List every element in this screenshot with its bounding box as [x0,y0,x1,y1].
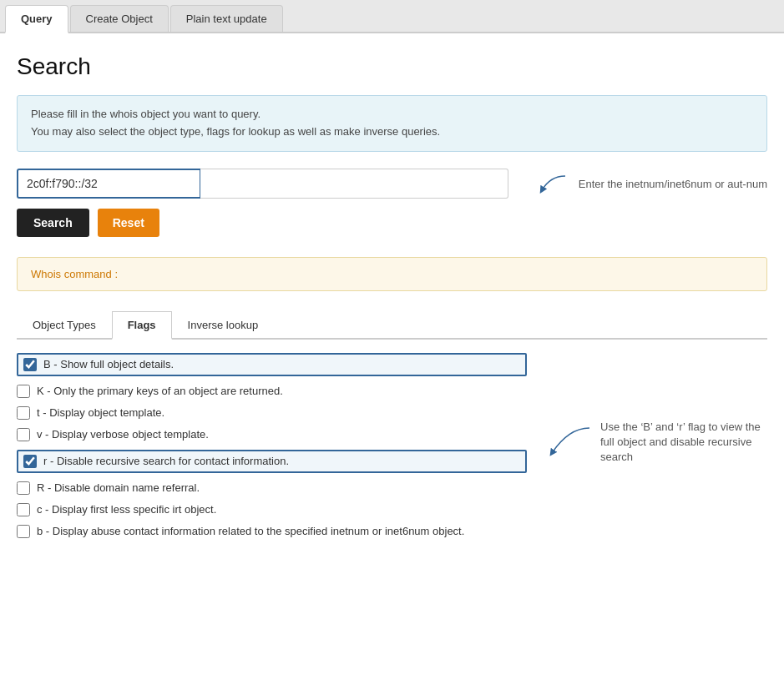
info-line1: Please fill in the whois object you want… [31,106,753,123]
whois-label: Whois command : [31,268,118,280]
hint-block: Enter the inetnum/inet6num or aut-num [525,169,767,197]
flag-item-c: c - Display first less specific irt obje… [17,503,527,516]
flag-label-B: B - Show full object details. [43,358,174,370]
page-title: Search [17,53,767,80]
flag-item-K: K - Only the primary keys of an object a… [17,385,527,398]
flag-item-t: t - Display object template. [17,406,527,420]
search-input[interactable] [17,169,200,199]
reset-button[interactable]: Reset [98,209,159,237]
tab-bar: Query Create Object Plain text update [0,0,784,33]
sub-tabs-bar: Object Types Flags Inverse lookup [17,311,767,340]
search-button[interactable]: Search [17,209,89,237]
flag-item-r: r - Disable recursive search for contact… [17,450,527,473]
input-group [17,169,508,199]
flag-checkbox-K[interactable] [17,385,30,398]
flags-arrow-icon [544,420,594,461]
search-section: Enter the inetnum/inet6num or aut-num [17,169,767,199]
tab-plain-text[interactable]: Plain text update [170,5,283,32]
sub-tab-object-types[interactable]: Object Types [17,311,112,338]
tab-query[interactable]: Query [5,5,68,33]
flags-hint-text: Use the ‘B’ and ‘r’ flag to view the ful… [600,420,767,466]
flag-checkbox-t[interactable] [17,406,30,420]
flag-label-t: t - Display object template. [37,406,164,419]
flag-item-b: b - Display abuse contact information re… [17,525,527,538]
flag-checkbox-r[interactable] [23,455,37,468]
info-line2: You may also select the object type, fla… [31,123,753,141]
button-row: Search Reset [17,209,767,237]
arrow-icon [525,172,567,197]
sub-tab-inverse-lookup[interactable]: Inverse lookup [172,311,275,338]
flag-checkbox-v[interactable] [17,428,30,441]
flags-checkbox-list: B - Show full object details. K - Only t… [17,353,527,538]
flag-checkbox-c[interactable] [17,503,30,516]
flag-item-R: R - Disable domain name referral. [17,481,527,495]
main-content: Search Please fill in the whois object y… [0,33,784,555]
flag-item-B: B - Show full object details. [17,353,527,376]
flag-label-c: c - Display first less specific irt obje… [37,503,216,516]
sub-tab-flags[interactable]: Flags [112,311,172,340]
flag-label-v: v - Display verbose object template. [37,428,209,441]
flag-label-R: R - Disable domain name referral. [37,481,200,494]
tab-create-object[interactable]: Create Object [70,5,169,32]
flag-label-K: K - Only the primary keys of an object a… [37,385,283,397]
flag-checkbox-R[interactable] [17,481,30,495]
flag-item-v: v - Display verbose object template. [17,428,527,441]
flag-label-b: b - Display abuse contact information re… [37,525,464,537]
whois-command-bar: Whois command : [17,257,767,291]
long-query-input[interactable] [200,169,508,199]
flag-checkbox-B[interactable] [23,358,37,371]
flag-checkbox-b[interactable] [17,525,30,538]
info-box: Please fill in the whois object you want… [17,95,767,152]
search-hint-text: Enter the inetnum/inet6num or aut-num [579,178,767,190]
flag-label-r: r - Disable recursive search for contact… [43,455,289,467]
